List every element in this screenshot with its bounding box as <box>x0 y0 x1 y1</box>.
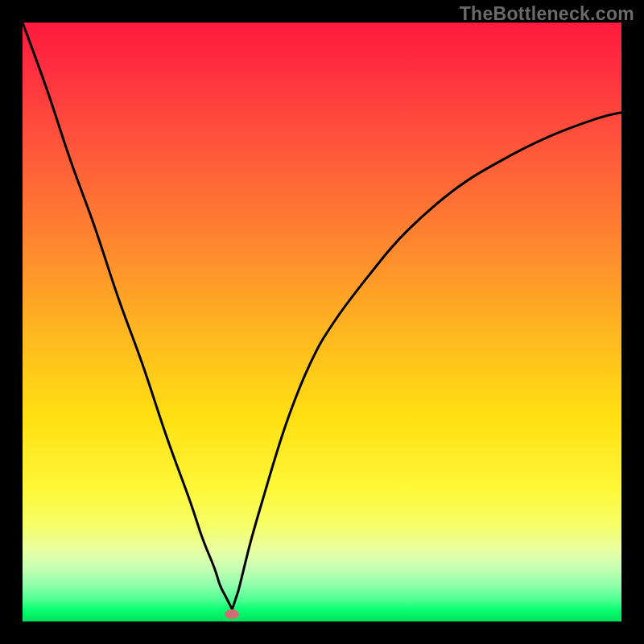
watermark-text: TheBottleneck.com <box>460 3 634 25</box>
minimum-marker <box>225 609 239 619</box>
plot-area <box>23 23 621 621</box>
bottleneck-curve <box>23 23 621 621</box>
chart-frame: TheBottleneck.com <box>0 0 644 644</box>
